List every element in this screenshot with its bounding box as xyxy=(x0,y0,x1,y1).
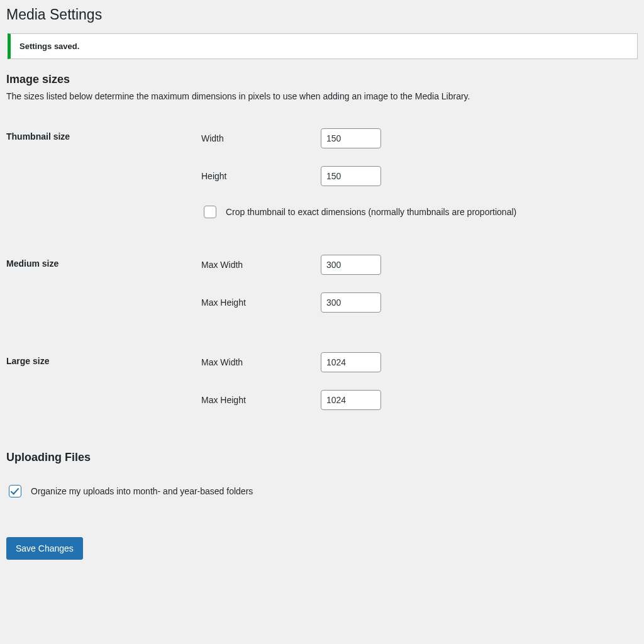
page-title: Media Settings xyxy=(6,0,638,28)
medium-width-label: Max Width xyxy=(201,260,321,270)
uploading-files-heading: Uploading Files xyxy=(6,451,638,464)
thumbnail-height-input[interactable] xyxy=(321,166,381,186)
medium-width-input[interactable] xyxy=(321,255,381,275)
thumbnail-width-input[interactable] xyxy=(321,128,381,148)
large-width-input[interactable] xyxy=(321,352,381,372)
save-changes-button[interactable]: Save Changes xyxy=(6,537,83,560)
organize-uploads-label[interactable]: Organize my uploads into month- and year… xyxy=(31,486,253,496)
thumbnail-width-label: Width xyxy=(201,133,321,143)
settings-saved-notice: Settings saved. xyxy=(8,33,638,59)
image-sizes-table: Thumbnail size Width Height Crop thumbna… xyxy=(6,119,638,425)
thumbnail-height-label: Height xyxy=(201,171,321,181)
image-sizes-description: The sizes listed below determine the max… xyxy=(6,91,638,101)
notice-message: Settings saved. xyxy=(19,42,628,51)
image-sizes-heading: Image sizes xyxy=(6,73,638,86)
large-width-label: Max Width xyxy=(201,357,321,367)
medium-height-label: Max Height xyxy=(201,297,321,308)
thumbnail-size-label: Thumbnail size xyxy=(6,119,176,230)
organize-uploads-checkbox[interactable] xyxy=(9,485,21,497)
medium-size-label: Medium size xyxy=(6,230,176,327)
thumbnail-crop-checkbox[interactable] xyxy=(204,206,216,218)
large-height-input[interactable] xyxy=(321,390,381,410)
medium-height-input[interactable] xyxy=(321,292,381,313)
large-height-label: Max Height xyxy=(201,395,321,405)
thumbnail-crop-label[interactable]: Crop thumbnail to exact dimensions (norm… xyxy=(226,207,516,217)
large-size-label: Large size xyxy=(6,327,176,425)
